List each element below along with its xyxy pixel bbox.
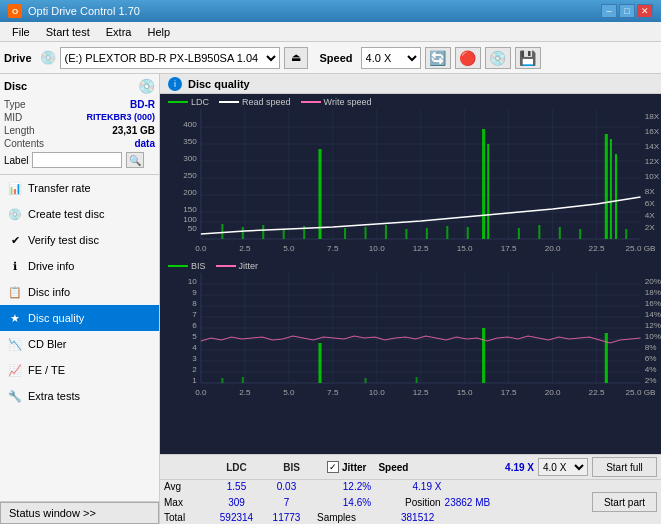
- bis-legend-item: BIS: [168, 261, 206, 271]
- svg-rect-33: [405, 229, 407, 239]
- svg-rect-92: [482, 328, 485, 383]
- label-edit-button[interactable]: 🔍: [126, 152, 144, 168]
- bis-header: BIS: [264, 461, 319, 474]
- svg-text:8X: 8X: [645, 187, 656, 196]
- drive-select[interactable]: (E:) PLEXTOR BD-R PX-LB950SA 1.04: [60, 47, 280, 69]
- start-part-button[interactable]: Start part: [592, 492, 657, 512]
- svg-rect-36: [467, 227, 469, 239]
- chart-title: Disc quality: [188, 78, 250, 90]
- contents-value: data: [134, 138, 155, 149]
- svg-text:250: 250: [183, 171, 197, 180]
- menu-extra[interactable]: Extra: [98, 24, 140, 40]
- svg-text:8: 8: [192, 299, 197, 308]
- label-input[interactable]: [32, 152, 122, 168]
- nav-disc-quality-label: Disc quality: [28, 312, 84, 324]
- app-title: Opti Drive Control 1.70: [28, 5, 140, 17]
- svg-text:20%: 20%: [645, 277, 661, 286]
- lower-chart-container: 10 9 8 7 6 5 4 3 2 1 20% 18% 16% 14% 12%: [160, 273, 661, 403]
- jitter-legend-color: [216, 265, 236, 267]
- close-button[interactable]: ✕: [637, 4, 653, 18]
- maximize-button[interactable]: □: [619, 4, 635, 18]
- svg-text:9: 9: [192, 288, 197, 297]
- svg-rect-30: [344, 228, 346, 239]
- svg-text:14X: 14X: [645, 142, 660, 151]
- svg-rect-31: [364, 227, 366, 239]
- avg-ldc: 1.55: [209, 481, 264, 492]
- svg-rect-24: [615, 154, 617, 239]
- svg-text:5: 5: [192, 332, 197, 341]
- mid-value: RITEKBR3 (000): [86, 112, 155, 123]
- nav-fe-te[interactable]: 📈 FE / TE: [0, 357, 159, 383]
- status-window-button[interactable]: Status window >>: [0, 502, 159, 524]
- total-ldc: 592314: [209, 512, 264, 523]
- nav-create-test-disc[interactable]: 💿 Create test disc: [0, 201, 159, 227]
- svg-text:22.5: 22.5: [589, 244, 605, 253]
- svg-text:7.5: 7.5: [327, 244, 339, 253]
- nav-extra-tests[interactable]: 🔧 Extra tests: [0, 383, 159, 409]
- svg-text:12%: 12%: [645, 321, 661, 330]
- svg-text:10.0: 10.0: [369, 244, 385, 253]
- charts-area: LDC Read speed Write speed: [160, 94, 661, 454]
- svg-rect-23: [610, 139, 612, 239]
- stats-data-rows: Avg 1.55 0.03 12.2% 4.19 X Max 309 7 14.…: [160, 480, 661, 524]
- speed-select[interactable]: 4.0 X: [361, 47, 421, 69]
- svg-text:8%: 8%: [645, 343, 657, 352]
- bottom-stats-area: LDC BIS ✓ Jitter Speed 4.19 X 4.0 X Star…: [160, 454, 661, 524]
- verify-test-disc-icon: ✔: [8, 233, 22, 247]
- avg-label: Avg: [164, 481, 209, 492]
- svg-text:4: 4: [192, 343, 197, 352]
- svg-text:350: 350: [183, 137, 197, 146]
- burn-button[interactable]: 🔴: [455, 47, 481, 69]
- refresh-button[interactable]: 🔄: [425, 47, 451, 69]
- svg-rect-19: [318, 149, 321, 239]
- left-panel: Disc 💿 Type BD-R MID RITEKBR3 (000) Leng…: [0, 74, 160, 524]
- jitter-checkbox[interactable]: ✓: [327, 461, 339, 473]
- disc-button[interactable]: 💿: [485, 47, 511, 69]
- nav-transfer-rate[interactable]: 📊 Transfer rate: [0, 175, 159, 201]
- drive-label: Drive: [4, 52, 32, 64]
- svg-text:300: 300: [183, 154, 197, 163]
- menu-help[interactable]: Help: [139, 24, 178, 40]
- bis-legend-color: [168, 265, 188, 267]
- speed-dropdown[interactable]: 4.0 X: [538, 458, 588, 476]
- svg-text:18%: 18%: [645, 288, 661, 297]
- svg-rect-21: [487, 144, 489, 239]
- nav-disc-info-label: Disc info: [28, 286, 70, 298]
- svg-rect-91: [318, 343, 321, 383]
- nav-disc-quality[interactable]: ★ Disc quality: [0, 305, 159, 331]
- svg-text:0.0: 0.0: [195, 244, 207, 253]
- speed-label: Speed: [320, 52, 353, 64]
- start-full-button[interactable]: Start full: [592, 457, 657, 477]
- menu-file[interactable]: File: [4, 24, 38, 40]
- svg-text:2: 2: [192, 365, 197, 374]
- nav-cd-bler[interactable]: 📉 CD Bler: [0, 331, 159, 357]
- svg-text:4%: 4%: [645, 365, 657, 374]
- svg-rect-22: [605, 134, 608, 239]
- svg-text:10: 10: [188, 277, 198, 286]
- svg-text:10X: 10X: [645, 172, 660, 181]
- jitter-col-label: Jitter: [342, 462, 366, 473]
- position-label: Position: [405, 497, 441, 508]
- minimize-button[interactable]: –: [601, 4, 617, 18]
- eject-button[interactable]: ⏏: [284, 47, 308, 69]
- svg-text:16X: 16X: [645, 127, 660, 136]
- toolbar: Drive 💿 (E:) PLEXTOR BD-R PX-LB950SA 1.0…: [0, 42, 661, 74]
- svg-text:14%: 14%: [645, 310, 661, 319]
- svg-text:15.0: 15.0: [457, 244, 473, 253]
- svg-text:3: 3: [192, 354, 197, 363]
- svg-text:22.5: 22.5: [589, 388, 605, 397]
- svg-text:150: 150: [183, 205, 197, 214]
- create-test-disc-icon: 💿: [8, 207, 22, 221]
- svg-rect-40: [579, 229, 581, 239]
- menu-start-test[interactable]: Start test: [38, 24, 98, 40]
- nav-verify-test-disc[interactable]: ✔ Verify test disc: [0, 227, 159, 253]
- nav-disc-info[interactable]: 📋 Disc info: [0, 279, 159, 305]
- nav-cd-bler-label: CD Bler: [28, 338, 67, 350]
- write-speed-legend-color: [301, 101, 321, 103]
- total-label: Total: [164, 512, 209, 523]
- avg-speed: 4.19 X: [397, 481, 457, 492]
- total-bis: 11773: [264, 512, 309, 523]
- nav-drive-info[interactable]: ℹ Drive info: [0, 253, 159, 279]
- save-button[interactable]: 💾: [515, 47, 541, 69]
- nav-menu: 📊 Transfer rate 💿 Create test disc ✔ Ver…: [0, 175, 159, 501]
